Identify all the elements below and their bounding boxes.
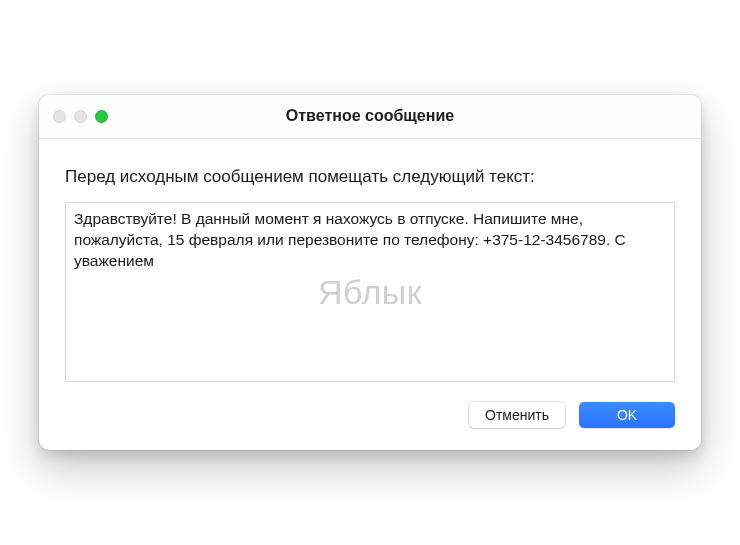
traffic-lights: [53, 110, 108, 123]
dialog-content: Перед исходным сообщением помещать следу…: [39, 139, 701, 451]
reply-textarea[interactable]: Здравствуйте! В данный момент я нахожусь…: [66, 203, 674, 381]
button-row: Отменить OK: [65, 402, 675, 428]
cancel-button[interactable]: Отменить: [469, 402, 565, 428]
ok-button[interactable]: OK: [579, 402, 675, 428]
zoom-icon[interactable]: [95, 110, 108, 123]
close-icon[interactable]: [53, 110, 66, 123]
prompt-label: Перед исходным сообщением помещать следу…: [65, 165, 675, 189]
titlebar: Ответное сообщение: [39, 95, 701, 139]
reply-text-container: Яблык Здравствуйте! В данный момент я на…: [65, 202, 675, 382]
dialog-window: Ответное сообщение Перед исходным сообще…: [39, 95, 701, 451]
minimize-icon[interactable]: [74, 110, 87, 123]
window-title: Ответное сообщение: [39, 107, 701, 125]
